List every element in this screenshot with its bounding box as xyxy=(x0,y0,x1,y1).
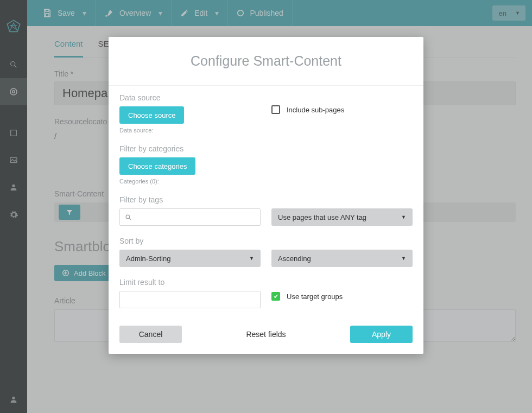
limit-label: Limit result to xyxy=(119,278,261,287)
categories-label: Filter by categories xyxy=(119,144,261,153)
triangle-down-icon: ▼ xyxy=(249,256,254,261)
triangle-down-icon: ▼ xyxy=(401,256,406,261)
sort-direction-value: Ascending xyxy=(278,255,311,263)
datasource-label: Data source xyxy=(119,93,261,102)
categories-hint: Categories (0): xyxy=(119,178,261,185)
choose-source-button[interactable]: Choose source xyxy=(119,106,184,124)
checkbox-empty-icon xyxy=(271,105,280,114)
svg-line-18 xyxy=(129,218,130,219)
configure-smart-content-dialog: Configure Smart-Content Data source Choo… xyxy=(109,37,423,354)
dialog-title: Configure Smart-Content xyxy=(109,37,423,86)
reset-fields-button[interactable]: Reset fields xyxy=(193,326,339,343)
search-icon xyxy=(120,214,136,221)
datasource-hint: Data source: xyxy=(119,127,261,134)
use-target-groups-checkbox[interactable]: ✔ Use target groups xyxy=(271,292,413,301)
tag-combinator-value: Use pages that use ANY tag xyxy=(278,213,366,221)
dialog-footer: Cancel Reset fields Apply xyxy=(109,326,423,354)
sort-column-value: Admin-Sorting xyxy=(126,255,170,263)
modal-overlay[interactable]: Configure Smart-Content Data source Choo… xyxy=(0,0,532,413)
use-target-groups-label: Use target groups xyxy=(287,293,343,301)
tag-combinator-select[interactable]: Use pages that use ANY tag ▼ xyxy=(271,208,413,226)
limit-input[interactable] xyxy=(119,291,261,308)
tags-search[interactable] xyxy=(119,208,261,226)
choose-categories-button[interactable]: Choose categories xyxy=(119,157,195,175)
sort-column-select[interactable]: Admin-Sorting ▼ xyxy=(119,250,261,267)
include-sub-pages-checkbox[interactable]: Include sub-pages xyxy=(271,105,413,114)
tags-label: Filter by tags xyxy=(119,195,261,204)
sort-direction-select[interactable]: Ascending ▼ xyxy=(271,250,413,267)
svg-point-17 xyxy=(126,215,130,219)
tags-search-input[interactable] xyxy=(136,209,260,225)
triangle-down-icon: ▼ xyxy=(401,214,406,220)
checkbox-checked-icon: ✔ xyxy=(271,292,280,301)
sort-label: Sort by xyxy=(119,237,261,245)
include-sub-pages-label: Include sub-pages xyxy=(287,106,344,114)
cancel-button[interactable]: Cancel xyxy=(119,326,182,343)
apply-button[interactable]: Apply xyxy=(350,326,413,343)
